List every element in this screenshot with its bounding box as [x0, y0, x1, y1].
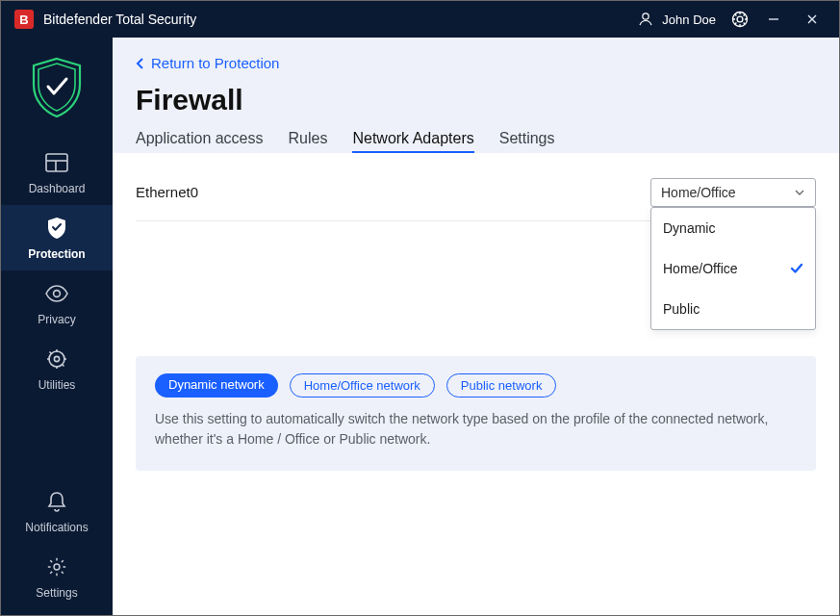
- titlebar: B Bitdefender Total Security John Doe: [1, 1, 839, 38]
- info-text: Use this setting to automatically switch…: [155, 409, 797, 449]
- svg-point-2: [737, 16, 743, 22]
- app-window: B Bitdefender Total Security John Doe: [0, 0, 840, 616]
- dropdown-option-public[interactable]: Public: [651, 289, 815, 329]
- close-button[interactable]: [793, 5, 831, 34]
- svg-point-11: [54, 356, 59, 361]
- page-title: Firewall: [136, 84, 816, 116]
- status-shield-icon: [22, 53, 91, 122]
- privacy-icon: [43, 280, 70, 307]
- network-type-select[interactable]: Home/Office: [650, 178, 816, 207]
- check-icon: [790, 263, 803, 274]
- chip-public[interactable]: Public network: [446, 373, 557, 398]
- utilities-icon: [43, 346, 70, 372]
- sidebar-item-label: Privacy: [38, 313, 75, 326]
- sidebar-item-protection[interactable]: Protection: [1, 205, 113, 270]
- app-logo: B: [14, 10, 34, 29]
- svg-point-0: [643, 13, 649, 19]
- tab-network-adapters[interactable]: Network Adapters: [352, 130, 473, 153]
- minimize-button[interactable]: [754, 5, 793, 34]
- user-account[interactable]: John Doe: [637, 11, 716, 28]
- sidebar-item-label: Protection: [28, 247, 85, 261]
- dropdown-option-home-office[interactable]: Home/Office: [651, 248, 815, 289]
- sidebar-item-privacy[interactable]: Privacy: [1, 270, 113, 336]
- content-area: Ethernet0 Home/Office Dynamic Home/Offic: [113, 153, 839, 616]
- tab-application-access[interactable]: Application access: [136, 130, 264, 153]
- chevron-down-icon: [794, 189, 805, 196]
- svg-rect-6: [46, 154, 67, 171]
- chip-dynamic[interactable]: Dynamic network: [155, 373, 278, 398]
- svg-point-18: [54, 564, 60, 570]
- back-link-label: Return to Protection: [151, 55, 279, 71]
- select-value: Home/Office: [661, 185, 736, 200]
- adapter-name: Ethernet0: [136, 184, 198, 200]
- dashboard-icon: [43, 149, 70, 176]
- sidebar-item-label: Dashboard: [29, 182, 86, 195]
- svg-line-17: [62, 364, 64, 366]
- dropdown-option-dynamic[interactable]: Dynamic: [651, 208, 815, 248]
- back-link[interactable]: Return to Protection: [136, 55, 279, 71]
- tab-settings[interactable]: Settings: [499, 130, 555, 153]
- user-name: John Doe: [662, 13, 716, 27]
- tab-bar: Application access Rules Network Adapter…: [136, 130, 816, 153]
- sidebar-item-settings[interactable]: Settings: [1, 544, 113, 615]
- protection-icon: [43, 215, 70, 242]
- chip-home-office[interactable]: Home/Office network: [290, 373, 435, 398]
- chevron-left-icon: [136, 57, 145, 70]
- sidebar-item-utilities[interactable]: Utilities: [1, 336, 113, 401]
- app-title: Bitdefender Total Security: [43, 12, 196, 27]
- network-type-dropdown: Dynamic Home/Office Public: [650, 207, 816, 330]
- info-panel: Dynamic network Home/Office network Publ…: [136, 356, 816, 471]
- user-icon: [637, 11, 654, 28]
- sidebar: Dashboard Protection Privacy Utilities: [1, 38, 113, 615]
- bell-icon: [43, 488, 70, 515]
- support-icon[interactable]: [725, 5, 754, 34]
- dropdown-option-label: Dynamic: [663, 220, 715, 236]
- dropdown-option-label: Public: [663, 301, 700, 317]
- sidebar-item-label: Settings: [36, 586, 77, 600]
- svg-line-16: [50, 352, 52, 354]
- svg-point-9: [54, 291, 61, 297]
- dropdown-option-label: Home/Office: [663, 261, 738, 276]
- sidebar-item-label: Notifications: [25, 521, 88, 534]
- tab-rules[interactable]: Rules: [289, 130, 328, 153]
- main-panel: Return to Protection Firewall Applicatio…: [113, 38, 839, 615]
- sidebar-item-label: Utilities: [38, 378, 76, 392]
- sidebar-item-dashboard[interactable]: Dashboard: [1, 140, 113, 205]
- gear-icon: [43, 553, 70, 580]
- sidebar-item-notifications[interactable]: Notifications: [1, 478, 113, 544]
